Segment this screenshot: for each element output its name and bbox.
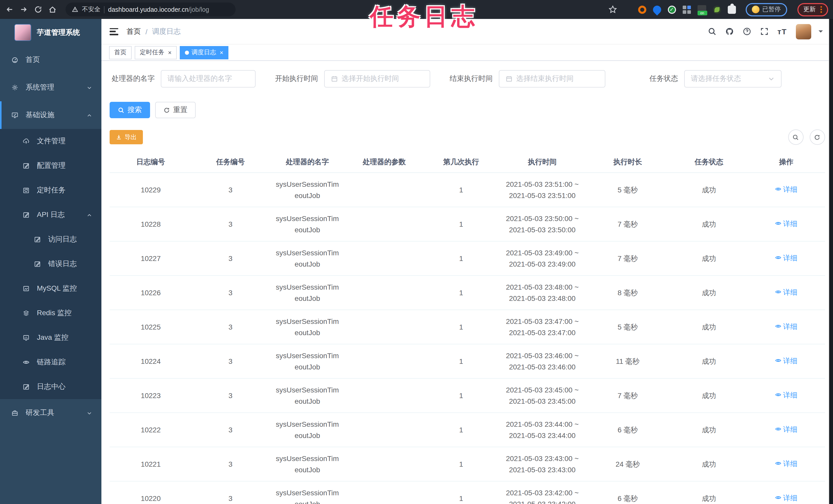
sidebar: 芋道管理系统 首页系统管理基础设施文件管理配置管理定时任务API 日志访问日志错… bbox=[0, 19, 101, 504]
reset-button[interactable]: 重置 bbox=[155, 102, 196, 118]
monitor-icon bbox=[11, 111, 19, 119]
github-icon[interactable] bbox=[725, 27, 734, 36]
reload-icon[interactable] bbox=[34, 5, 43, 14]
detail-link[interactable]: 详细 bbox=[775, 492, 798, 503]
toggle-search-button[interactable] bbox=[788, 129, 803, 145]
browser-menu-icon[interactable] bbox=[820, 6, 822, 13]
font-size-icon[interactable]: тT bbox=[778, 27, 787, 36]
sidebar-item-infrastructure[interactable]: 基础设施 bbox=[0, 101, 101, 129]
detail-label: 详细 bbox=[783, 286, 798, 298]
sidebar-item-system-mgmt[interactable]: 系统管理 bbox=[0, 74, 101, 101]
exec-time-end: 2021-05-03 23:45:00 bbox=[499, 395, 585, 406]
exec-time-cell: 2021-05-03 23:45:00 ~2021-05-03 23:45:00 bbox=[499, 378, 585, 412]
back-icon[interactable] bbox=[5, 5, 14, 14]
extension-orange-ring-icon[interactable] bbox=[638, 5, 646, 14]
handler-name-input[interactable]: 请输入处理器的名字 bbox=[161, 70, 256, 87]
action-cell: 详细 bbox=[747, 447, 825, 481]
sidebar-item-java-monitor[interactable]: Java 监控 bbox=[0, 325, 101, 350]
sidebar-item-scheduled-tasks[interactable]: 定时任务 bbox=[0, 178, 101, 203]
sidebar-item-access-log[interactable]: 访问日志 bbox=[0, 227, 101, 252]
extension-puzzle-icon[interactable] bbox=[728, 5, 736, 14]
log-id-cell: 10225 bbox=[110, 309, 192, 344]
logo-row[interactable]: 芋道管理系统 bbox=[0, 19, 101, 46]
begin-time-input[interactable]: 选择开始执行时间 bbox=[324, 70, 430, 87]
log-id-cell: 10229 bbox=[110, 172, 192, 207]
search-button[interactable]: 搜索 bbox=[110, 102, 150, 118]
param-cell bbox=[346, 481, 423, 504]
eye-icon bbox=[23, 359, 30, 366]
tab-首页[interactable]: 首页 bbox=[109, 46, 132, 59]
sidebar-item-api-log[interactable]: API 日志 bbox=[0, 203, 101, 227]
detail-link[interactable]: 详细 bbox=[775, 424, 798, 435]
column-header: 处理器的参数 bbox=[346, 152, 423, 172]
window-scrollbar[interactable] bbox=[829, 19, 833, 504]
edit-icon bbox=[34, 236, 41, 243]
sidebar-item-redis-monitor[interactable]: Redis 监控 bbox=[0, 301, 101, 325]
export-button[interactable]: 导出 bbox=[110, 130, 143, 144]
update-button[interactable]: 更新 bbox=[797, 3, 828, 16]
sidebar-item-dev-tools[interactable]: 研发工具 bbox=[0, 399, 101, 427]
param-cell bbox=[346, 275, 423, 309]
close-icon[interactable]: × bbox=[219, 49, 223, 55]
download-icon bbox=[116, 134, 122, 140]
sidebar-item-config-mgmt[interactable]: 配置管理 bbox=[0, 153, 101, 178]
task-id-cell: 3 bbox=[192, 344, 269, 378]
forward-icon[interactable] bbox=[20, 5, 28, 14]
duration-cell: 11 毫秒 bbox=[585, 344, 670, 378]
detail-link[interactable]: 详细 bbox=[775, 184, 798, 195]
search-icon[interactable] bbox=[708, 27, 716, 36]
calendar-icon bbox=[331, 75, 338, 82]
tab-调度日志[interactable]: 调度日志× bbox=[180, 46, 229, 59]
hamburger-icon[interactable] bbox=[110, 28, 118, 35]
extension-green-check-icon[interactable]: ✓ bbox=[668, 5, 676, 14]
sidebar-item-mysql-monitor[interactable]: MySQL 监控 bbox=[0, 276, 101, 301]
extension-blue-drop-icon[interactable] bbox=[651, 4, 663, 15]
extension-grid-icon[interactable] bbox=[683, 5, 691, 14]
log-id-cell: 10228 bbox=[110, 207, 192, 241]
avatar-caret-icon[interactable] bbox=[816, 27, 825, 36]
column-header: 日志编号 bbox=[110, 152, 192, 172]
refresh-icon bbox=[814, 134, 820, 141]
status-cell: 成功 bbox=[670, 309, 748, 344]
table-row: 102233sysUserSessionTimeoutJob12021-05-0… bbox=[110, 378, 825, 412]
task-id-cell: 3 bbox=[192, 412, 269, 447]
extension-on-badge-icon[interactable]: on bbox=[697, 5, 706, 14]
detail-link[interactable]: 详细 bbox=[775, 218, 798, 229]
sidebar-item-log-center[interactable]: 日志中心 bbox=[0, 375, 101, 399]
home-icon[interactable] bbox=[48, 5, 57, 14]
end-time-input[interactable]: 选择结束执行时间 bbox=[499, 70, 605, 87]
detail-link[interactable]: 详细 bbox=[775, 286, 798, 298]
task-id-cell: 3 bbox=[192, 172, 269, 207]
sidebar-item-file-mgmt[interactable]: 文件管理 bbox=[0, 129, 101, 153]
sidebar-item-home[interactable]: 首页 bbox=[0, 46, 101, 74]
detail-link[interactable]: 详细 bbox=[775, 321, 798, 332]
url-bar[interactable]: 不安全 dashboard.yudao.iocoder.cn/job/log bbox=[66, 3, 236, 16]
sidebar-item-trace[interactable]: 链路追踪 bbox=[0, 350, 101, 375]
placeholder-text: 请输入处理器的名字 bbox=[167, 74, 232, 83]
fullscreen-icon[interactable] bbox=[760, 27, 769, 36]
breadcrumb-home[interactable]: 首页 bbox=[126, 27, 141, 36]
detail-link[interactable]: 详细 bbox=[775, 389, 798, 401]
exec-time-end: 2021-05-03 23:51:00 bbox=[499, 190, 585, 201]
tab-定时任务[interactable]: 定时任务× bbox=[135, 46, 177, 59]
paused-badge[interactable]: 已暂停 bbox=[745, 3, 787, 16]
detail-link[interactable]: 详细 bbox=[775, 458, 798, 469]
task-status-input[interactable]: 请选择任务状态 bbox=[684, 70, 782, 87]
detail-label: 详细 bbox=[783, 424, 798, 435]
detail-link[interactable]: 详细 bbox=[775, 355, 798, 367]
close-icon[interactable]: × bbox=[167, 49, 171, 55]
search-icon bbox=[792, 134, 799, 141]
exec-time-end: 2021-05-03 23:50:00 bbox=[499, 224, 585, 235]
extension-leaf-icon[interactable] bbox=[713, 5, 721, 14]
detail-link[interactable]: 详细 bbox=[775, 252, 798, 263]
refresh-table-button[interactable] bbox=[809, 129, 825, 145]
user-avatar[interactable] bbox=[795, 24, 811, 39]
exec-time-start: 2021-05-03 23:47:00 ~ bbox=[499, 316, 585, 327]
update-label: 更新 bbox=[803, 5, 815, 14]
help-icon[interactable] bbox=[743, 27, 751, 36]
placeholder-text: 选择开始执行时间 bbox=[341, 74, 399, 83]
sidebar-item-error-log[interactable]: 错误日志 bbox=[0, 252, 101, 276]
bookmark-star-icon[interactable] bbox=[608, 5, 617, 14]
dashboard-icon bbox=[11, 56, 19, 64]
view-icon bbox=[775, 186, 782, 193]
